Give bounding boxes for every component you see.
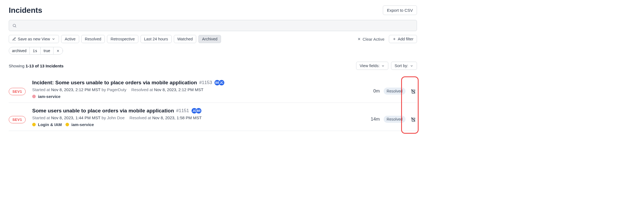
status-badge: Resolved <box>384 88 406 95</box>
started-meta: Started at Nov 8, 2023, 1:44 PM MST by J… <box>32 115 125 120</box>
chevron-down-icon <box>410 64 413 68</box>
filter-value: true <box>41 47 53 54</box>
view-fields-button[interactable]: View fields: <box>356 62 388 70</box>
incident-title[interactable]: Some users unable to place orders via mo… <box>32 108 174 114</box>
avatar-group: JC BR <box>191 108 202 114</box>
started-meta: Started at Nov 8, 2023, 2:12 PM MST by P… <box>32 87 126 92</box>
unarchive-icon <box>411 117 416 122</box>
sort-by-button[interactable]: Sort by: <box>391 62 417 70</box>
service-tag[interactable]: iam-service <box>32 94 61 99</box>
incident-id: #1153 <box>199 80 212 85</box>
save-view-label: Save as new View <box>18 37 50 41</box>
applied-filter-chip[interactable]: archived is true <box>9 47 63 55</box>
plus-icon <box>392 37 396 41</box>
close-icon <box>357 37 361 41</box>
search-input[interactable] <box>19 23 413 28</box>
duration: 0m <box>373 88 380 94</box>
remove-filter-button[interactable] <box>53 48 63 54</box>
unarchive-button[interactable] <box>409 87 417 95</box>
filter-preset-active[interactable]: Active <box>61 35 79 43</box>
svg-point-0 <box>13 24 16 26</box>
filter-field: archived <box>9 47 30 54</box>
filter-preset-resolved[interactable]: Resolved <box>81 35 105 43</box>
tag-color-dot <box>32 95 36 98</box>
unarchive-button[interactable] <box>409 115 417 123</box>
incident-title[interactable]: Incident: Some users unable to place ord… <box>32 80 197 86</box>
search-icon <box>12 23 17 28</box>
resolved-meta: Resolved at Nov 8, 2023, 1:58 PM MST <box>130 115 202 120</box>
view-fields-label: View fields: <box>360 64 380 68</box>
chevron-down-icon <box>381 64 385 68</box>
clear-active-button[interactable]: Clear Active <box>357 37 384 41</box>
results-count: Showing 1-13 of 13 Incidents <box>9 64 64 68</box>
filter-op: is <box>30 47 41 54</box>
chevron-down-icon <box>52 37 55 41</box>
resolved-meta: Resolved at Nov 8, 2023, 2:12 PM MST <box>131 87 203 92</box>
incident-id: #1151 <box>176 108 189 114</box>
severity-badge: SEV1 <box>9 88 26 95</box>
search-bar[interactable] <box>9 20 417 31</box>
service-tag[interactable]: Login & IAM <box>32 122 62 127</box>
export-csv-label: Export to CSV <box>387 8 413 13</box>
tag-color-dot <box>65 123 69 126</box>
clear-active-label: Clear Active <box>363 37 384 41</box>
svg-line-1 <box>15 26 16 27</box>
service-tag[interactable]: iam-service <box>65 122 94 127</box>
page-title: Incidents <box>9 6 42 15</box>
filter-preset-archived[interactable]: Archived <box>198 35 221 43</box>
pencil-icon <box>12 37 16 41</box>
avatar-group: BR JC <box>214 80 225 86</box>
unarchive-icon <box>411 89 416 94</box>
avatar: JC <box>219 80 225 86</box>
filter-preset-watched[interactable]: Watched <box>174 35 196 43</box>
severity-badge: SEV1 <box>9 116 26 123</box>
status-badge: Resolved <box>384 116 406 123</box>
export-csv-button[interactable]: Export to CSV <box>383 5 417 15</box>
tag-color-dot <box>32 123 36 126</box>
incident-row[interactable]: SEV1 Some users unable to place orders v… <box>9 103 417 131</box>
avatar: BR <box>196 108 202 114</box>
add-filter-label: Add filter <box>398 37 413 41</box>
sort-by-label: Sort by: <box>395 64 408 68</box>
save-view-button[interactable]: Save as new View <box>9 35 59 43</box>
incident-row[interactable]: SEV1 Incident: Some users unable to plac… <box>9 75 417 103</box>
filter-preset-last24[interactable]: Last 24 hours <box>141 35 172 43</box>
add-filter-button[interactable]: Add filter <box>389 35 417 43</box>
filter-preset-retrospective[interactable]: Retrospective <box>107 35 138 43</box>
duration: 14m <box>371 117 380 122</box>
